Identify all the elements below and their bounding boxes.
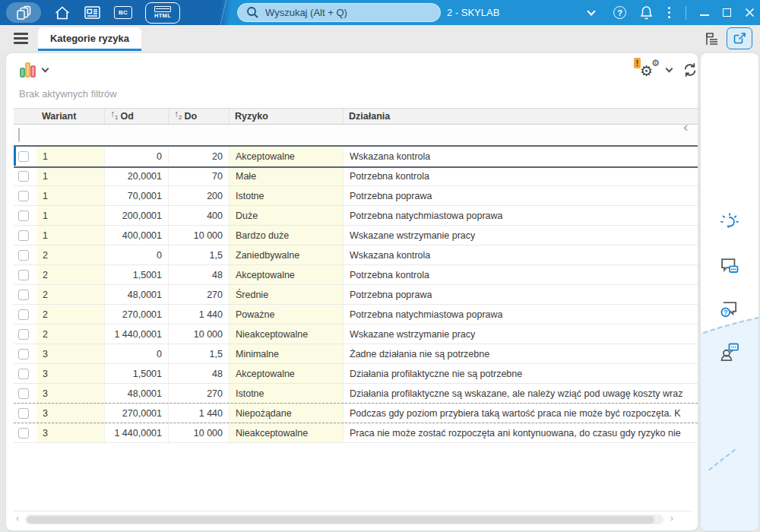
cell-ryzyko[interactable]: Nieakceptowalne (230, 325, 344, 344)
row-checkbox[interactable] (18, 428, 29, 439)
bc-button[interactable]: BC (114, 6, 132, 19)
cell-dzialania[interactable]: Wskazane wstrzymanie pracy (344, 226, 698, 245)
html-button[interactable]: HTML (145, 2, 180, 24)
cell-dzialania[interactable]: Wskazana kontrola (344, 245, 698, 264)
cell-od[interactable]: 270,0001 (105, 305, 169, 324)
suggestions-button[interactable] (719, 212, 740, 233)
cell-wariant[interactable]: 1 (36, 166, 105, 185)
tree-view-button[interactable] (704, 32, 719, 46)
cell-od[interactable]: 48,0001 (105, 384, 169, 403)
cell-ryzyko[interactable]: Istotne (230, 384, 344, 403)
cell-do[interactable]: 10 000 (169, 325, 230, 344)
table-row[interactable]: 1 70,0001 200 Istotne Potrzebna poprawa (14, 186, 698, 206)
help-button[interactable]: ? (613, 6, 626, 19)
cell-do[interactable]: 20 (169, 147, 230, 166)
table-row[interactable]: 2 0 1,5 Zaniedbywalne Wskazana kontrola (14, 245, 698, 265)
table-row[interactable]: 3 1 440,0001 10 000 Nieakceptowalne Prac… (14, 423, 698, 443)
table-row[interactable]: 1 20,0001 70 Małe Potrzebna kontrola (14, 166, 698, 186)
table-row[interactable]: 1 200,0001 400 Duże Potrzebna natychmias… (14, 206, 698, 226)
chevron-down-icon[interactable] (666, 65, 673, 73)
cell-od[interactable]: 1 440,0001 (105, 325, 169, 344)
row-checkbox[interactable] (18, 171, 29, 182)
cell-wariant[interactable]: 2 (36, 305, 105, 324)
table-row[interactable]: 3 270,0001 1 440 Niepożądane Podczas gdy… (14, 404, 698, 423)
news-button[interactable] (84, 5, 101, 20)
table-row[interactable]: 3 48,0001 270 Istotne Działania profilak… (14, 384, 698, 404)
table-row[interactable]: 2 1,5001 48 Akceptowalne Potrzebna kontr… (14, 265, 698, 285)
table-row[interactable]: 3 1,5001 48 Akceptowalne Działania profi… (14, 364, 698, 384)
company-selector[interactable]: 2 - SKYLAB (447, 0, 594, 25)
cell-dzialania[interactable]: Potrzebna poprawa (344, 186, 698, 205)
cell-od[interactable]: 1,5001 (105, 364, 169, 383)
cell-dzialania[interactable]: Działania profilaktyczne są wskazane, al… (344, 384, 698, 403)
row-checkbox[interactable] (18, 191, 29, 201)
scrollbar-thumb[interactable] (27, 516, 654, 524)
row-checkbox[interactable] (18, 250, 29, 261)
cell-ryzyko[interactable]: Akceptowalne (230, 265, 344, 284)
row-checkbox[interactable] (18, 270, 29, 280)
row-checkbox[interactable] (18, 329, 29, 340)
search-input[interactable]: Wyszukaj (Alt + Q) (237, 3, 441, 22)
cell-do[interactable]: 1 440 (169, 404, 230, 423)
cell-ryzyko[interactable]: Istotne (230, 186, 344, 205)
collapse-panel-chevron[interactable]: ‹ (683, 119, 688, 135)
apps-stack-button[interactable] (6, 2, 41, 23)
column-header-ryzyko[interactable]: Ryzyko (230, 109, 344, 124)
cell-do[interactable]: 1 440 (169, 305, 230, 324)
cell-do[interactable]: 10 000 (169, 226, 230, 245)
table-row[interactable]: 1 400,0001 10 000 Bardzo duże Wskazane w… (14, 226, 698, 245)
row-checkbox[interactable] (18, 211, 29, 221)
cell-dzialania[interactable]: Żadne działania nie są potrzebne (344, 344, 698, 363)
cell-wariant[interactable]: 1 (36, 147, 105, 166)
cell-od[interactable]: 70,0001 (105, 186, 169, 205)
cell-dzialania[interactable]: Potrzebna natychmiastowa poprawa (344, 206, 698, 225)
scroll-left-arrow[interactable]: ‹ (16, 512, 19, 524)
cell-ryzyko[interactable]: Minimalne (230, 344, 344, 363)
cell-od[interactable]: 1,5001 (105, 265, 169, 284)
row-checkbox[interactable] (18, 349, 29, 359)
cell-wariant[interactable]: 3 (36, 344, 105, 363)
maximize-button[interactable] (723, 8, 731, 17)
cell-od[interactable]: 20,0001 (105, 166, 169, 185)
cell-ryzyko[interactable]: Małe (230, 166, 344, 185)
horizontal-scrollbar[interactable] (25, 515, 663, 524)
cell-od[interactable]: 270,0001 (105, 404, 169, 423)
cell-dzialania[interactable]: Praca nie może zostać rozpoczęta ani kon… (344, 423, 698, 442)
cell-ryzyko[interactable]: Zaniedbywalne (230, 245, 344, 264)
table-row[interactable]: 2 270,0001 1 440 Poważne Potrzebna natyc… (14, 305, 698, 325)
minimize-button[interactable] (700, 10, 709, 16)
cell-ryzyko[interactable]: Duże (230, 206, 344, 225)
row-checkbox[interactable] (18, 290, 29, 300)
cell-ryzyko[interactable]: Bardzo duże (230, 226, 344, 245)
help-chat-button[interactable]: ? (719, 299, 740, 321)
cell-dzialania[interactable]: Potrzebna natychmiastowa poprawa (344, 305, 698, 324)
select-all-checkbox[interactable] (18, 128, 20, 142)
chart-view-dropdown[interactable] (19, 62, 48, 78)
cell-ryzyko[interactable]: Niepożądane (230, 404, 344, 423)
cell-ryzyko[interactable]: Nieakceptowalne (230, 423, 344, 442)
table-row[interactable]: 2 1 440,0001 10 000 Nieakceptowalne Wska… (14, 325, 698, 344)
cell-od[interactable]: 48,0001 (105, 285, 169, 304)
cell-dzialania[interactable]: Potrzebna kontrola (344, 265, 698, 284)
cell-dzialania[interactable]: Wskazane wstrzymanie pracy (344, 325, 698, 344)
column-header-wariant[interactable]: Wariant (36, 109, 105, 124)
cell-wariant[interactable]: 1 (36, 206, 105, 225)
cell-do[interactable]: 400 (169, 206, 230, 225)
cell-wariant[interactable]: 2 (36, 285, 105, 304)
table-row[interactable]: 2 48,0001 270 Średnie Potrzebna poprawa (14, 285, 698, 305)
row-checkbox[interactable] (18, 309, 29, 320)
cell-ryzyko[interactable]: Akceptowalne (230, 364, 344, 383)
cell-dzialania[interactable]: Potrzebna kontrola (344, 166, 698, 185)
cell-od[interactable]: 400,0001 (105, 226, 169, 245)
cell-do[interactable]: 48 (169, 364, 230, 383)
cell-do[interactable]: 200 (169, 186, 230, 205)
cell-od[interactable]: 0 (105, 344, 169, 363)
settings-button[interactable]: ⚙ ⚙ ! (637, 60, 660, 80)
refresh-button[interactable] (682, 62, 698, 78)
cell-od[interactable]: 1 440,0001 (105, 423, 169, 442)
table-row[interactable]: 1 0 20 Akceptowalne Wskazana kontrola (14, 147, 698, 166)
cell-wariant[interactable]: 3 (36, 404, 105, 423)
row-checkbox[interactable] (18, 230, 29, 241)
row-checkbox[interactable] (18, 408, 29, 419)
cell-dzialania[interactable]: Wskazana kontrola (344, 147, 698, 166)
